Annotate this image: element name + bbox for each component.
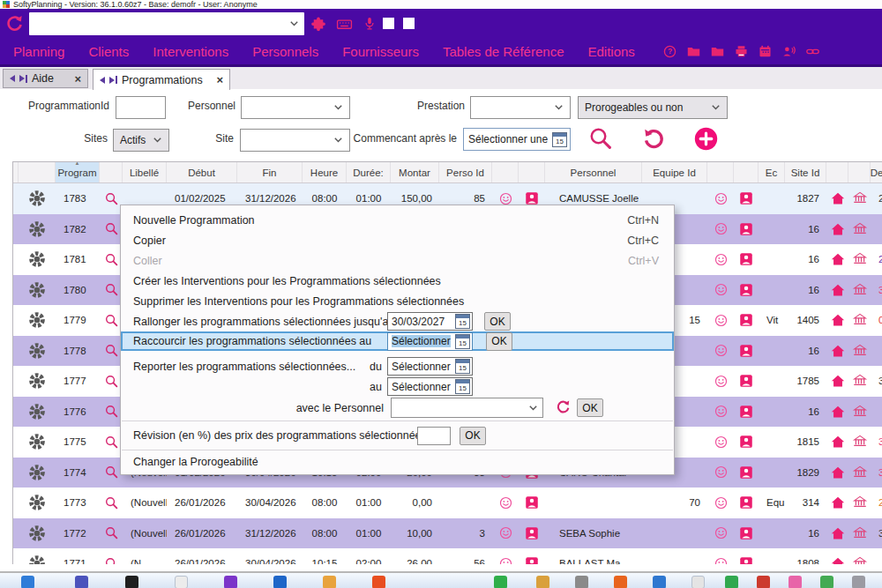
prorogeables-select[interactable]: Prorogeables ou non xyxy=(578,96,728,119)
gear-icon[interactable] xyxy=(19,183,56,214)
smiley-icon[interactable] xyxy=(707,427,734,458)
person-badge-icon[interactable] xyxy=(519,518,545,549)
gear-icon[interactable] xyxy=(19,214,56,245)
column-header-debut[interactable]: Début xyxy=(167,162,237,182)
person-badge-icon[interactable] xyxy=(734,458,759,488)
column-header-dernier[interactable]: Derni xyxy=(871,162,882,182)
gear-icon[interactable] xyxy=(19,488,56,518)
gear-icon[interactable] xyxy=(19,275,56,306)
menu-clients[interactable]: Clients xyxy=(88,44,129,59)
search-icon[interactable] xyxy=(587,125,614,152)
tab-next-icon[interactable] xyxy=(19,75,27,83)
column-header-program[interactable]: Program▲ xyxy=(56,162,100,182)
home-icon[interactable] xyxy=(826,244,848,275)
column-header-equipe_id[interactable]: Equipe Id xyxy=(642,162,707,182)
table-row-1773[interactable]: 1773(Nouvelle26/01/202630/04/202608:0001… xyxy=(13,488,882,518)
context-menu-item-rallonger[interactable]: Rallonger les programmations sélectionné… xyxy=(121,311,674,331)
person-badge-icon[interactable] xyxy=(734,427,759,458)
square-icon[interactable] xyxy=(403,18,415,29)
person-badge-icon[interactable] xyxy=(519,548,545,564)
context-menu-item-reporter[interactable]: Reporter les programmations sélectionnée… xyxy=(121,356,674,376)
gear-icon[interactable] xyxy=(19,305,56,336)
context-menu-item-créer[interactable]: Créer les Interventions pour les Program… xyxy=(121,271,674,291)
revision-input[interactable] xyxy=(417,427,451,445)
smiley-icon[interactable] xyxy=(492,548,519,564)
bank-icon[interactable] xyxy=(848,214,871,245)
smiley-icon[interactable] xyxy=(707,458,734,488)
search-input[interactable] xyxy=(29,15,289,33)
column-header-site_id[interactable]: Site Id xyxy=(785,162,826,182)
printer-icon[interactable] xyxy=(734,44,749,59)
home-icon[interactable] xyxy=(826,214,848,245)
smiley-icon[interactable] xyxy=(492,488,519,518)
person-badge-icon[interactable] xyxy=(734,397,759,428)
column-header-perso_id[interactable]: Perso Id xyxy=(439,162,492,182)
gear-icon[interactable] xyxy=(19,518,56,549)
tab-programmations[interactable]: Programmations × xyxy=(93,69,230,90)
gear-icon[interactable] xyxy=(19,397,56,428)
person-badge-icon[interactable] xyxy=(734,548,759,564)
person-badge-icon[interactable] xyxy=(734,336,759,367)
sites-select[interactable]: Actifs xyxy=(113,129,169,152)
home-icon[interactable] xyxy=(826,397,848,428)
person-badge-icon[interactable] xyxy=(734,305,759,336)
refresh-icon[interactable] xyxy=(4,13,25,33)
reporter-du-date-field[interactable]: Sélectionner 15 xyxy=(387,357,473,376)
gear-icon[interactable] xyxy=(19,336,56,367)
home-icon[interactable] xyxy=(826,366,848,397)
bank-icon[interactable] xyxy=(848,427,871,458)
person-badge-icon[interactable] xyxy=(734,366,759,397)
home-icon[interactable] xyxy=(826,183,848,214)
folder-icon[interactable] xyxy=(686,44,701,59)
puzzle-icon[interactable] xyxy=(310,16,326,32)
person-badge-icon[interactable] xyxy=(734,214,759,245)
calendar-icon[interactable]: 15 xyxy=(455,359,470,374)
menu-tables-de-r-f-rence[interactable]: Tables de Référence xyxy=(443,44,564,59)
calendar-icon[interactable]: 15 xyxy=(455,334,470,349)
smiley-icon[interactable] xyxy=(707,518,734,549)
taskbar-app-icon[interactable] xyxy=(323,576,336,588)
magnifier-icon[interactable] xyxy=(100,488,123,518)
column-header-fin[interactable]: Fin xyxy=(237,162,303,182)
home-icon[interactable] xyxy=(826,458,848,488)
taskbar-app-icon[interactable] xyxy=(273,576,287,588)
person-badge-icon[interactable] xyxy=(519,488,545,518)
column-header-duree[interactable]: Durée: xyxy=(347,162,391,182)
taskbar-app-icon[interactable] xyxy=(852,576,865,588)
smiley-icon[interactable] xyxy=(707,275,734,306)
folder-icon[interactable] xyxy=(710,44,725,59)
reporter-au-date-field[interactable]: Sélectionner 15 xyxy=(387,377,473,396)
bank-icon[interactable] xyxy=(848,366,871,397)
calendar-icon[interactable]: 15 xyxy=(552,132,567,147)
menu-editions[interactable]: Editions xyxy=(587,44,634,59)
context-menu-item-supprimer[interactable]: Supprimer les Interventions pour les Pro… xyxy=(121,291,674,311)
person-badge-icon[interactable] xyxy=(734,518,759,549)
refresh-icon[interactable] xyxy=(555,398,572,415)
magnifier-icon[interactable] xyxy=(100,518,123,549)
gear-icon[interactable] xyxy=(19,458,56,488)
taskbar-app-icon[interactable] xyxy=(372,576,385,588)
prestation-select[interactable] xyxy=(470,96,571,119)
raccourcir-ok-button[interactable]: OK xyxy=(486,332,512,351)
help-icon[interactable]: ? xyxy=(662,44,677,59)
bank-icon[interactable] xyxy=(848,458,871,488)
smiley-icon[interactable] xyxy=(707,244,734,275)
refresh-icon[interactable] xyxy=(641,126,667,152)
magnifier-icon[interactable] xyxy=(100,548,123,564)
tab-next-icon[interactable] xyxy=(109,76,117,84)
taskbar-app-icon[interactable] xyxy=(125,576,138,588)
column-header-libelle[interactable]: Libellé xyxy=(123,162,167,182)
context-menu-item-copier[interactable]: CopierCtrl+C xyxy=(121,230,674,250)
revision-ok-button[interactable]: OK xyxy=(460,427,486,445)
bank-icon[interactable] xyxy=(848,244,871,275)
link-icon[interactable] xyxy=(805,44,820,59)
smiley-icon[interactable] xyxy=(492,518,519,549)
rallonger-date-field[interactable]: 30/03/2027 15 xyxy=(387,312,473,331)
home-icon[interactable] xyxy=(826,275,848,306)
bank-icon[interactable] xyxy=(848,518,871,549)
menu-interventions[interactable]: Interventions xyxy=(153,44,228,59)
gear-icon[interactable] xyxy=(19,244,56,275)
menu-planning[interactable]: Planning xyxy=(13,44,64,59)
bank-icon[interactable] xyxy=(848,183,871,214)
raccourcir-date-field[interactable]: Sélectionner 15 xyxy=(387,332,473,351)
